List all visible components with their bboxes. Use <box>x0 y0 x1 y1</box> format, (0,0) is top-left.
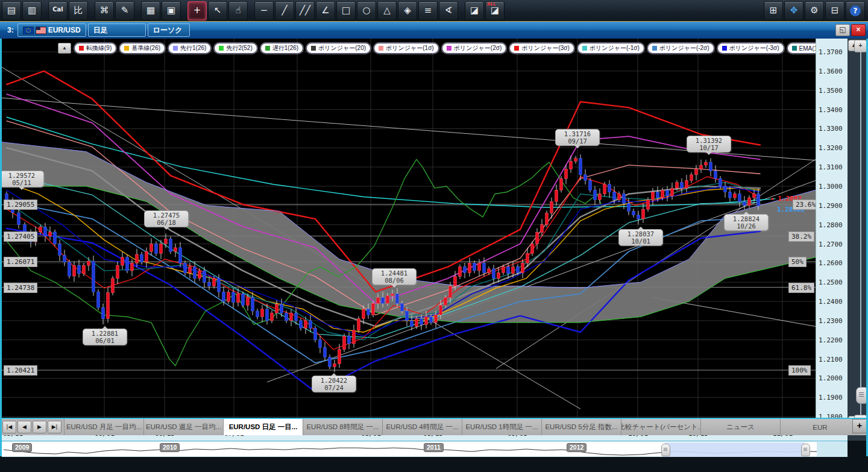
erase-all-icon[interactable]: ◪ALL <box>485 1 505 20</box>
callout-08/06: 1.2448108/06 <box>372 268 417 285</box>
callout-date: 06/18 <box>148 219 184 226</box>
print-icon[interactable]: ⊟ <box>825 1 844 20</box>
chart-tab-5[interactable]: EUR/USD 1時間足 一... <box>462 419 541 435</box>
legend-item-0[interactable]: 転換線(9) <box>74 43 116 54</box>
legend-item-6[interactable]: ボリンジャー(1σ) <box>374 43 439 54</box>
fan-lines-tool-icon[interactable]: ∢ <box>439 1 458 20</box>
ellipse-tool-icon[interactable]: ○ <box>357 1 376 20</box>
new-report-icon[interactable]: ▥ <box>22 1 42 20</box>
callout-tail <box>163 227 169 233</box>
legend-item-2[interactable]: 先行1(26) <box>168 43 211 54</box>
callout-price: 1.29572 <box>4 172 40 179</box>
restore-window-button[interactable]: ◱ <box>835 24 850 36</box>
fibonacci-lines-tool-icon[interactable]: ≡ <box>418 1 438 20</box>
rate-list-icon[interactable]: ▤ <box>2 1 21 20</box>
callout-date: 09/17 <box>559 137 596 145</box>
hand-tool-icon[interactable]: ☝ <box>228 1 248 20</box>
calendar-icon[interactable]: Cal <box>48 1 68 20</box>
chart-tab-1[interactable]: EUR/USD 週足 一目均... <box>143 419 223 435</box>
chart-tab-0[interactable]: EUR/USD 月足 一目均... <box>64 419 143 435</box>
legend-swatch <box>265 46 270 51</box>
chart-tab-7[interactable]: 比較チャート(パーセント... <box>621 419 700 435</box>
legend-item-12[interactable]: EMA(13) <box>787 43 816 54</box>
callout-price: 1.28824 <box>728 215 764 222</box>
timeframe-selector-button[interactable]: 日足 <box>88 24 146 37</box>
polygon-tool-icon[interactable]: ◈ <box>398 1 417 20</box>
next-tab-button[interactable]: ▶ <box>33 421 46 433</box>
horizontal-line-tool-icon[interactable]: − <box>254 1 274 20</box>
chart-tab-3[interactable]: EUR/USD 8時間足 一... <box>303 419 382 435</box>
fib-percent-label-38.2%: 38.2% <box>788 231 814 242</box>
chart-settings-icon[interactable]: ▦ <box>141 1 160 20</box>
navigator-selection[interactable] <box>665 442 805 457</box>
fib-percent-label-61.8%: 61.8% <box>788 283 814 293</box>
scrollbar-track[interactable] <box>860 52 861 426</box>
fib-percent-label-100%: 100% <box>788 365 811 376</box>
cascade-windows-icon[interactable]: ⊞ <box>764 1 783 20</box>
eraser-icon[interactable]: ◪ <box>465 1 484 20</box>
expand-fullscreen-icon[interactable]: ✥ <box>784 1 804 20</box>
close-window-button[interactable]: × <box>851 24 866 36</box>
scrollbar-handle[interactable] <box>856 387 867 404</box>
prev-tab-button[interactable]: ◀ <box>17 421 31 433</box>
legend-item-10[interactable]: ボリンジャー(-2σ) <box>647 43 714 54</box>
legend-item-8[interactable]: ボリンジャー(3σ) <box>509 43 574 54</box>
chart-tab-9[interactable]: EUR <box>780 419 860 435</box>
chart-tab-4[interactable]: EUR/USD 4時間足 一... <box>382 419 462 435</box>
legend-label: ボリンジャー(-3σ) <box>729 44 779 52</box>
legend-item-5[interactable]: ボリンジャー(20) <box>306 43 371 54</box>
legend-collapse-button[interactable]: ▲ <box>58 43 71 54</box>
chart-type-selector-button[interactable]: ローソク <box>148 24 190 37</box>
draw-pencil-icon[interactable]: ✎ <box>115 1 134 20</box>
toolbar-right-group: ⊞✥⚙⊟? <box>763 1 866 20</box>
parallel-lines-tool-icon[interactable]: ╱╱ <box>295 1 315 20</box>
chart-tab-6[interactable]: EUR/USD 5分足 指数... <box>541 419 621 435</box>
navigator-overview[interactable]: 2009201020112012 <box>2 442 817 456</box>
angle-line-tool-icon[interactable]: ∠ <box>316 1 335 20</box>
cursor-tool-icon[interactable]: ↖ <box>208 1 227 20</box>
legend-item-4[interactable]: 遅行1(26) <box>260 43 303 54</box>
legend-item-9[interactable]: ボリンジャー(-1σ) <box>577 43 644 54</box>
chart-plot-area[interactable]: ▲転換線(9)基準線(26)先行1(26)先行2(52)遅行1(26)ボリンジャ… <box>2 39 816 426</box>
legend-label: ボリンジャー(-2σ) <box>659 44 709 52</box>
last-tab-button[interactable]: ▶| <box>48 421 61 433</box>
price-axis-label: 1.2900 <box>819 202 848 210</box>
candlestick-chart-canvas[interactable] <box>2 39 816 426</box>
help-icon[interactable]: ? <box>846 1 865 20</box>
trend-line-tool-icon[interactable]: ╱ <box>275 1 294 20</box>
price-axis-label: 1.3100 <box>819 163 848 171</box>
compare-icon[interactable]: 比 <box>69 1 88 20</box>
polyline-tool-icon[interactable]: ⌘ <box>95 1 114 20</box>
rectangle-tool-icon[interactable]: □ <box>336 1 356 20</box>
triangle-tool-icon[interactable]: △ <box>377 1 397 20</box>
add-chart-tab-button[interactable]: + <box>852 419 867 433</box>
chart-tab-8[interactable]: ニュース <box>700 419 780 435</box>
legend-swatch <box>582 46 587 51</box>
vertical-scrollbar[interactable]: ▴ + ▾ − <box>848 39 866 441</box>
symbol-selector-button[interactable]: EUR/USD <box>17 24 86 37</box>
legend-item-1[interactable]: 基準線(26) <box>119 43 165 54</box>
navigator-year-2009: 2009 <box>12 443 32 452</box>
callout-date: 08/06 <box>376 277 412 284</box>
nav-right-handle[interactable] <box>801 444 810 456</box>
callout-date: 05/11 <box>4 179 40 186</box>
callout-price: 1.20422 <box>316 377 352 384</box>
fib-price-label-100%: 1.20421 <box>4 365 37 376</box>
legend-swatch <box>79 46 84 51</box>
price-axis[interactable]: 1.37001.36001.35001.34001.33001.32001.31… <box>816 39 848 426</box>
save-icon[interactable]: ▣ <box>162 1 181 20</box>
first-tab-button[interactable]: |◀ <box>2 421 16 433</box>
legend-item-7[interactable]: ボリンジャー(2σ) <box>442 43 507 54</box>
zoom-in-button[interactable]: + <box>854 40 867 52</box>
callout-date: 10/26 <box>728 222 764 230</box>
legend-item-3[interactable]: 先行2(52) <box>214 43 257 54</box>
legend-item-11[interactable]: ボリンジャー(-3σ) <box>717 43 784 54</box>
callout-tail <box>574 145 580 151</box>
settings-gear-icon[interactable]: ⚙ <box>805 1 824 20</box>
legend-swatch <box>124 46 129 51</box>
callout-tail <box>19 187 25 193</box>
navigator-left-handle[interactable] <box>661 444 670 456</box>
callout-price: 1.31716 <box>559 130 596 137</box>
crosshair-tool-icon[interactable]: + <box>187 1 207 20</box>
chart-tab-2[interactable]: EUR/USD 日足 一目... <box>223 419 303 435</box>
